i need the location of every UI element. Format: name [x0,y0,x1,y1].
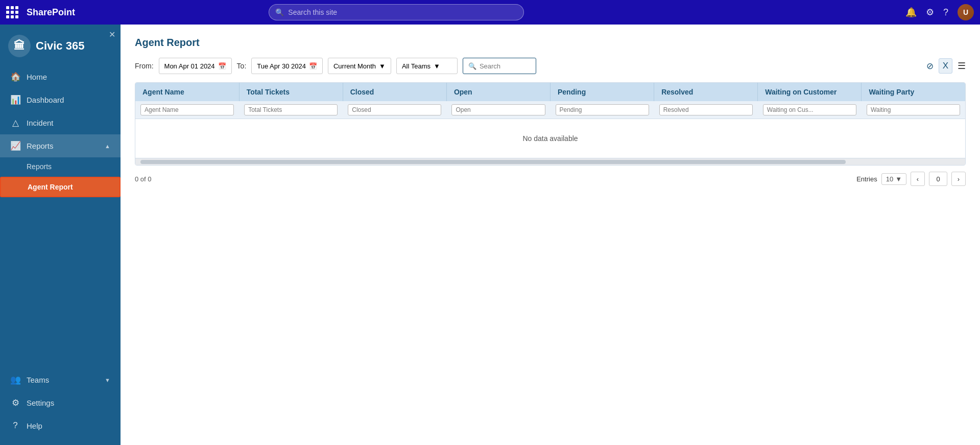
sidebar-nav: 🏠 Home 📊 Dashboard △ Incident 📈 Reports … [0,65,121,445]
pagination-right: Entries 10 ▼ ‹ 0 › [856,172,966,186]
calendar-from-icon: 📅 [218,62,226,70]
hamburger-menu-icon[interactable]: ☰ [958,60,966,72]
col-resolved: Resolved [654,83,758,101]
app-grid-icon[interactable] [6,6,18,18]
sidebar-item-home[interactable]: 🏠 Home [0,65,121,88]
topbar-search-bar[interactable]: 🔍 [269,4,524,20]
sidebar-sub-reports-label: Reports [27,162,52,171]
sidebar-item-incident[interactable]: △ Incident [0,111,121,134]
search-filter-icon: 🔍 [468,62,476,70]
table-header-row: Agent Name Total Tickets Closed Open Pen… [135,83,965,101]
col-pending: Pending [551,83,654,101]
entries-chevron-icon: ▼ [895,175,902,183]
sidebar-item-teams[interactable]: 👥 Teams ▼ [0,368,121,391]
current-page-number: 0 [929,172,947,186]
to-label: To: [237,62,247,70]
topbar-right-actions: 🔔 ⚙ ? U [905,4,974,20]
search-filter-wrap[interactable]: 🔍 [463,58,536,74]
agent-report-table: Agent Name Total Tickets Closed Open Pen… [135,82,966,166]
pagination-bar: 0 of 0 Entries 10 ▼ ‹ 0 › [135,172,966,186]
entries-value: 10 [886,175,893,183]
filter-waiting-party[interactable] [867,104,960,115]
filter-resolved[interactable] [659,104,753,115]
to-date-value: Tue Apr 30 2024 [257,62,306,70]
table-filter-row [135,101,965,119]
notification-icon[interactable]: 🔔 [905,7,917,18]
teams-label: All Teams [402,62,431,70]
period-select[interactable]: Current Month ▼ [328,58,391,74]
sidebar-item-help[interactable]: ? Help [0,414,121,437]
sidebar-logo: 🏛 Civic 365 [0,25,121,65]
logo-icon: 🏛 [8,35,31,57]
app-layout: ✕ 🏛 Civic 365 🏠 Home 📊 Dashboard △ Incid… [0,25,980,445]
gear-icon[interactable]: ⚙ [926,7,934,18]
topbar: SharePoint 🔍 🔔 ⚙ ? U [0,0,980,25]
help-sidebar-icon: ? [10,420,20,431]
sidebar-item-settings-label: Settings [27,399,110,407]
help-icon[interactable]: ? [943,7,948,18]
page-title: Agent Report [135,37,966,49]
filter-open[interactable] [451,104,545,115]
avatar-initials: U [958,4,974,20]
teams-chevron-icon: ▼ [105,377,110,383]
sidebar-item-teams-label: Teams [27,376,99,384]
sidebar-item-home-label: Home [27,73,110,81]
sidebar-close-icon[interactable]: ✕ [109,30,115,39]
sidebar-item-help-label: Help [27,421,110,430]
prev-page-button[interactable]: ‹ [911,172,925,186]
pagination-summary: 0 of 0 [135,175,152,183]
entries-label: Entries [856,175,877,183]
sidebar-sub-agent-report-label: Agent Report [28,183,73,191]
scroll-thumb [140,160,846,164]
period-chevron-icon: ▼ [379,62,386,70]
filter-agent-name[interactable] [140,104,234,115]
filter-funnel-icon[interactable]: ⊘ [926,61,934,72]
next-icon: › [958,175,960,183]
search-filter-input[interactable] [480,62,531,70]
home-icon: 🏠 [10,72,20,82]
col-agent-name: Agent Name [135,83,239,101]
sidebar-item-incident-label: Incident [27,119,110,127]
avatar[interactable]: U [958,4,974,20]
col-waiting-on-customer: Waiting on Customer [758,83,862,101]
filter-waiting-on-customer[interactable] [763,104,856,115]
col-total-tickets: Total Tickets [239,83,343,101]
prev-icon: ‹ [917,175,919,183]
from-date-picker[interactable]: Mon Apr 01 2024 📅 [159,58,232,74]
filter-closed[interactable] [348,104,441,115]
sidebar-sub-item-agent-report[interactable]: Agent Report [0,177,121,197]
dashboard-icon: 📊 [10,95,20,105]
sidebar-item-settings[interactable]: ⚙ Settings [0,391,121,414]
from-date-value: Mon Apr 01 2024 [164,62,215,70]
sidebar-item-reports[interactable]: 📈 Reports ▲ [0,134,121,157]
filter-total-tickets[interactable] [244,104,338,115]
search-icon: 🔍 [275,8,284,16]
topbar-search-input[interactable] [288,8,517,16]
horizontal-scrollbar[interactable] [135,158,965,165]
filter-bar: From: Mon Apr 01 2024 📅 To: Tue Apr 30 2… [135,58,966,74]
next-page-button[interactable]: › [951,172,966,186]
teams-chevron-icon: ▼ [434,62,440,70]
from-label: From: [135,62,154,70]
incident-icon: △ [10,118,20,128]
sidebar-item-dashboard-label: Dashboard [27,96,110,104]
main-content: Agent Report From: Mon Apr 01 2024 📅 To:… [121,25,980,445]
brand-name: SharePoint [27,7,75,18]
col-closed: Closed [343,83,446,101]
teams-icon: 👥 [10,374,20,385]
period-label: Current Month [333,62,376,70]
sidebar-item-dashboard[interactable]: 📊 Dashboard [0,88,121,111]
teams-select[interactable]: All Teams ▼ [396,58,458,74]
entries-per-page-select[interactable]: 10 ▼ [881,173,906,185]
no-data-text: No data available [522,134,578,143]
filter-bar-right: ⊘ X ☰ [926,58,966,74]
reports-icon: 📈 [10,140,20,151]
no-data-row: No data available [135,119,965,158]
export-excel-icon[interactable]: X [939,58,952,74]
sidebar: ✕ 🏛 Civic 365 🏠 Home 📊 Dashboard △ Incid… [0,25,121,445]
sidebar-sub-item-reports[interactable]: Reports [0,157,121,176]
filter-pending[interactable] [556,104,649,115]
data-table: Agent Name Total Tickets Closed Open Pen… [135,83,965,158]
to-date-picker[interactable]: Tue Apr 30 2024 📅 [251,58,323,74]
sidebar-logo-text: Civic 365 [36,39,84,53]
